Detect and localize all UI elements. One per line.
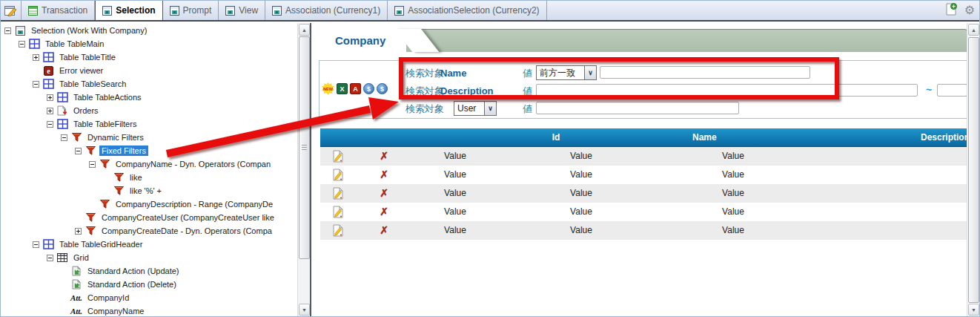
edit-pencil-icon[interactable] — [332, 169, 344, 183]
search-target-label: 検索対象 — [405, 85, 444, 98]
expand-icon[interactable] — [47, 94, 53, 101]
tree-item-label[interactable]: CompanyName - Dyn. Operators (Compan — [113, 159, 273, 169]
scroll-up-button[interactable]: ▲ — [968, 24, 979, 36]
tree-item-label[interactable]: CompanyName — [85, 306, 146, 316]
table-icon — [42, 52, 54, 63]
name-filter-input[interactable] — [600, 66, 810, 79]
edit-pencil-icon[interactable] — [332, 187, 344, 202]
collapse-icon[interactable] — [47, 255, 53, 261]
delete-x-icon[interactable]: ✗ — [380, 169, 388, 180]
tree-item-companyname-dyn-operators-compan[interactable]: CompanyName - Dyn. Operators (Compan — [1, 157, 296, 171]
edit-pencil-icon[interactable] — [332, 150, 344, 165]
expand-icon[interactable] — [47, 108, 53, 114]
tree-item-label[interactable]: CompanyCreateUser (CompanyCreateUser lik… — [99, 212, 277, 223]
scroll-thumb[interactable] — [968, 37, 979, 303]
delete-x-icon[interactable]: ✗ — [380, 224, 388, 236]
tree-item-table-tablegridheader[interactable]: Table TableGridHeader — [1, 238, 296, 251]
collapse-icon[interactable] — [61, 134, 67, 141]
scroll-thumb[interactable] — [299, 36, 310, 259]
tree-item-label[interactable]: Table TableMain — [43, 39, 106, 49]
tree-item-table-tablemain[interactable]: Table TableMain — [1, 37, 296, 50]
tree-item-label[interactable]: CompanyDescription - Range (CompanyDe — [113, 199, 275, 209]
tab-label: Transaction — [42, 5, 87, 16]
gear-icon[interactable]: ⚙ — [964, 4, 975, 16]
tab-associationselection-currency2-[interactable]: AssociationSelection (Currency2) — [388, 1, 546, 20]
tree-item-label[interactable]: Standard Action (Update) — [85, 266, 182, 276]
tree-item-label[interactable]: Fixed Filters — [99, 146, 148, 156]
collapse-icon[interactable] — [75, 148, 82, 154]
tree-item-label[interactable]: Table TableTitle — [57, 52, 118, 62]
collapse-icon[interactable] — [47, 121, 53, 128]
tree-item-label[interactable]: Grid — [71, 252, 91, 263]
delete-x-icon[interactable]: ✗ — [380, 206, 388, 218]
tab-transaction[interactable]: Transaction — [21, 1, 95, 20]
expand-icon[interactable] — [33, 54, 39, 61]
delete-x-icon[interactable]: ✗ — [380, 187, 388, 199]
new-object-icon[interactable] — [946, 3, 957, 19]
scroll-down-button[interactable]: ▼ — [968, 304, 979, 316]
tree-item-selection-work-with-company-[interactable]: Selection (Work With Company) — [1, 24, 296, 37]
tree-item-label[interactable]: like '%' + — [128, 186, 164, 196]
tree-item-label[interactable]: Dynamic Filters — [85, 132, 146, 143]
tree-item-error-viewer[interactable]: eError viewer — [1, 64, 296, 77]
value-label: 値 — [523, 67, 532, 80]
company-form-tab[interactable]: Company — [319, 29, 406, 52]
tree-item-label[interactable]: Error viewer — [57, 65, 105, 76]
tab-label: AssociationSelection (Currency2) — [408, 5, 539, 16]
tree-item-label[interactable]: Table TableGridHeader — [57, 239, 145, 249]
edit-pencil-icon[interactable] — [332, 224, 344, 239]
tree-scrollbar[interactable]: ▲ ▼ — [297, 23, 310, 316]
description-filter-from-input[interactable] — [536, 84, 918, 97]
tree-item-fixed-filters[interactable]: Fixed Filters — [1, 144, 296, 157]
name-operator-select[interactable]: 前方一致 ∨ — [536, 65, 597, 80]
form-edit-icon[interactable] — [1, 1, 21, 20]
tree-item-companycreateuser-companycreateuser-like[interactable]: CompanyCreateUser (CompanyCreateUser lik… — [1, 211, 296, 224]
tree-item-standard-action-update-[interactable]: Standard Action (Update) — [1, 264, 296, 278]
scroll-up-button[interactable]: ▲ — [299, 24, 310, 36]
tree-item-like-[interactable]: like '%' + — [1, 184, 296, 197]
tree-item-grid[interactable]: Grid — [1, 251, 296, 264]
tree-item-label[interactable]: Orders — [71, 105, 101, 116]
cell-description: Value — [722, 206, 744, 217]
tree-item-label[interactable]: Table TableFilters — [71, 119, 139, 129]
tab-view[interactable]: View — [219, 1, 265, 20]
tree-item-standard-action-delete-[interactable]: Standard Action (Delete) — [1, 278, 296, 291]
tab-prompt[interactable]: Prompt — [163, 1, 219, 20]
collapse-icon[interactable] — [89, 161, 96, 168]
user-field-select[interactable]: User ∨ — [454, 101, 497, 116]
collapse-icon[interactable] — [33, 81, 39, 88]
collapse-icon[interactable] — [19, 41, 25, 48]
tree-item-label[interactable]: Standard Action (Delete) — [85, 279, 179, 290]
results-grid: Id Name Description ✗ValueValueValue✗Val… — [320, 128, 968, 240]
collapse-icon[interactable] — [33, 241, 39, 248]
user-filter-input[interactable] — [536, 102, 739, 114]
tree-item-companyid[interactable]: Att.CompanyId — [1, 291, 296, 304]
tab-selection[interactable]: Selection — [95, 1, 162, 20]
tree-item-table-tablefilters[interactable]: Table TableFilters — [1, 117, 296, 131]
expand-icon[interactable] — [75, 228, 82, 235]
cell-name: Value — [570, 169, 592, 180]
tree-item-label[interactable]: like — [128, 172, 145, 183]
tree-item-table-tabletitle[interactable]: Table TableTitle — [1, 50, 296, 64]
tree-item-label[interactable]: CompanyId — [85, 293, 131, 303]
delete-x-icon[interactable]: ✗ — [380, 150, 388, 162]
tree-item-label[interactable]: CompanyCreateDate - Dyn. Operators (Comp… — [99, 226, 274, 236]
form-panel-scrollbar[interactable]: ▲ ▼ — [967, 23, 979, 316]
edit-pencil-icon[interactable] — [332, 206, 344, 220]
cell-description: Value — [722, 169, 744, 180]
tree-item-like[interactable]: like — [1, 171, 296, 184]
tree-item-label[interactable]: Table TableActions — [71, 92, 144, 102]
tree-item-companydescription-range-companyde[interactable]: CompanyDescription - Range (CompanyDe — [1, 197, 296, 211]
tree-item-table-tablesearch[interactable]: Table TableSearch — [1, 77, 296, 91]
tree-item-orders[interactable]: Orders — [1, 104, 296, 117]
tab-association-currency1-[interactable]: Association (Currency1) — [265, 1, 388, 20]
tree-item-companyname[interactable]: Att.CompanyName — [1, 304, 296, 316]
tree-item-table-tableactions[interactable]: Table TableActions — [1, 91, 296, 104]
tree-item-companycreatedate-dyn-operators-compa[interactable]: CompanyCreateDate - Dyn. Operators (Comp… — [1, 224, 296, 238]
tree-item-dynamic-filters[interactable]: Dynamic Filters — [1, 131, 296, 144]
tree-item-label[interactable]: Table TableSearch — [57, 79, 128, 89]
scroll-down-button[interactable]: ▼ — [299, 304, 310, 316]
collapse-icon[interactable] — [4, 27, 11, 34]
description-filter-to-input[interactable] — [937, 84, 967, 97]
tree-item-label[interactable]: Selection (Work With Company) — [29, 25, 149, 36]
